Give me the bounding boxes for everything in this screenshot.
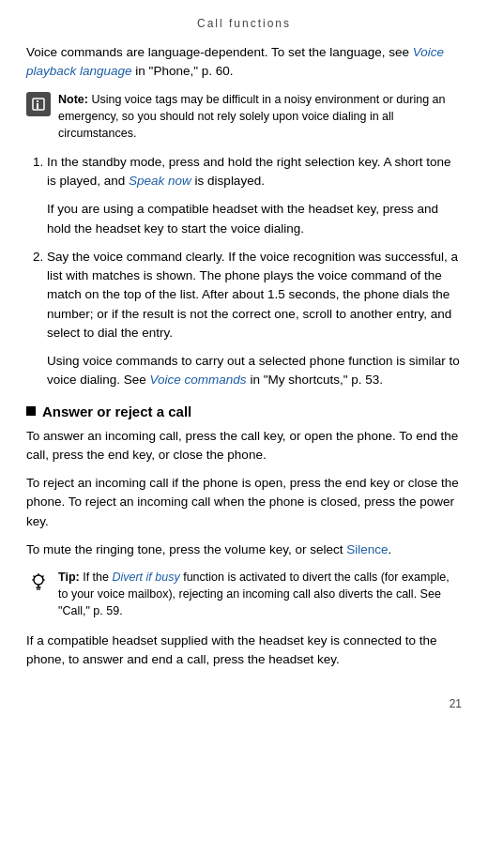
divert-if-busy-link[interactable]: Divert if busy [112,571,179,584]
voice-commands-link[interactable]: Voice commands [150,373,247,387]
svg-line-11 [42,576,44,578]
section-heading: Answer or reject a call [26,404,462,419]
note-text: Note: Using voice tags may be difficult … [58,91,462,142]
tip-icon [26,570,51,594]
svg-point-3 [34,575,43,585]
tip-text: Tip: If the Divert if busy function is a… [58,569,462,619]
info-icon [31,97,46,112]
lightbulb-icon [28,571,49,592]
page-number: 21 [26,697,462,710]
section-title: Answer or reject a call [42,404,191,419]
svg-line-10 [34,576,36,578]
note-icon [26,92,51,116]
answer-para-3: To mute the ringing tone, press the volu… [26,541,462,559]
steps-list-2: Say the voice command clearly. If the vo… [26,248,462,343]
answer-para-1: To answer an incoming call, press the ca… [26,427,462,465]
silence-link[interactable]: Silence [346,542,388,556]
steps-list: In the standby mode, press and hold the … [26,153,462,191]
intro-paragraph: Voice commands are language-dependent. T… [26,43,462,82]
step-1-continuation: If you are using a compatible headset wi… [47,200,462,238]
page-header: Call functions [26,17,462,30]
answer-para-4: If a compatible headset supplied with th… [26,632,462,670]
tip-box: Tip: If the Divert if busy function is a… [26,569,462,619]
answer-para-2: To reject an incoming call if the phone … [26,474,462,531]
section-bullet [26,406,36,416]
speak-now-link[interactable]: Speak now [129,174,191,188]
svg-rect-1 [37,100,38,102]
step-2-continuation: Using voice commands to carry out a sele… [47,352,462,390]
note-box: Note: Using voice tags may be difficult … [26,91,462,142]
svg-rect-0 [37,103,38,109]
step-1: In the standby mode, press and hold the … [47,153,462,191]
step-2: Say the voice command clearly. If the vo… [47,248,462,343]
